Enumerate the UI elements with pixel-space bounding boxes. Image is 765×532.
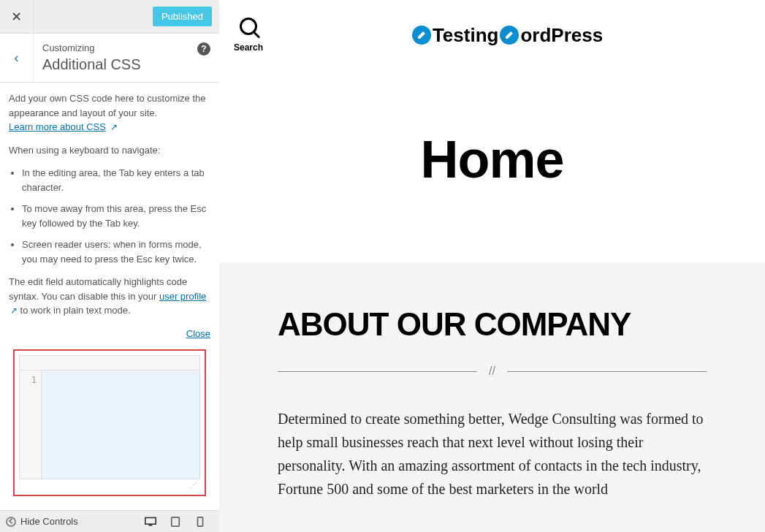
keyboard-tips-list: In the editing area, the Tab key enters … [9,166,210,266]
help-icon[interactable]: ? [197,42,210,56]
page-title-section: Home [219,71,765,262]
svg-rect-1 [149,525,153,526]
external-link-icon: ↗ [10,305,18,316]
about-body-text: Determined to create something better, W… [278,407,707,501]
divider-line [278,371,477,372]
divider-line [507,371,707,372]
svg-rect-0 [145,517,156,524]
page-title: Home [219,129,765,189]
learn-more-link[interactable]: Learn more about CSS [9,121,106,132]
close-description-wrap: Close [9,327,210,341]
content-section: ABOUT OUR COMPANY // Determined to creat… [219,262,765,532]
section-divider: // [278,365,707,378]
preview-site-header: Search TestingordPress [219,0,765,71]
close-description-link[interactable]: Close [186,328,210,339]
search-icon [240,18,257,35]
back-button[interactable]: ‹ [0,34,34,82]
search-label: Search [234,42,263,53]
list-item: Screen reader users: when in forms mode,… [22,238,210,266]
intro-text: Add your own CSS code here to customize … [9,91,210,134]
tablet-preview-icon[interactable] [170,517,181,527]
divider-slashes-icon: // [489,365,495,378]
svg-rect-3 [198,517,203,525]
keyboard-intro: When using a keyboard to navigate: [9,143,210,158]
device-preview-buttons [145,517,206,527]
collapse-icon [6,517,16,527]
editor-toolbar [19,355,200,370]
edit-shortcut-icon[interactable] [412,26,431,45]
section-header: ‹ Customizing Additional CSS ? [0,34,219,83]
site-title: TestingordPress [263,24,750,47]
search-button[interactable]: Search [234,18,263,53]
hide-controls-button[interactable]: Hide Controls [6,516,145,527]
site-preview: Search TestingordPress Home ABOUT OUR CO… [219,0,765,532]
mobile-preview-icon[interactable] [194,517,206,527]
customizer-footer: Hide Controls [0,510,219,532]
syntax-text: The edit field automatically highlights … [9,275,210,318]
customizer-top-bar: ✕ Published [0,0,219,34]
description-area: Add your own CSS code here to customize … [0,83,219,510]
resize-handle-icon[interactable]: ⋰ [19,479,200,490]
css-editor-highlight: 1 ⋰ [13,349,206,496]
published-button[interactable]: Published [153,7,212,26]
about-heading: ABOUT OUR COMPANY [278,306,707,343]
section-title-wrap: Customizing Additional CSS [34,34,219,82]
list-item: To move away from this area, press the E… [22,202,210,230]
svg-rect-2 [172,517,180,525]
desktop-preview-icon[interactable] [145,517,156,527]
external-link-icon: ↗ [110,122,118,132]
list-item: In the editing area, the Tab key enters … [22,166,210,194]
close-customizer-button[interactable]: ✕ [0,0,34,34]
user-profile-link[interactable]: user profile [159,291,206,302]
css-textarea[interactable] [42,370,199,479]
section-title: Additional CSS [42,56,210,73]
customizer-panel: ✕ Published ‹ Customizing Additional CSS… [0,0,219,532]
line-numbers: 1 [20,370,42,479]
customizing-label: Customizing [42,42,210,53]
hide-controls-label: Hide Controls [20,516,78,527]
css-code-editor[interactable]: 1 [19,370,200,479]
edit-shortcut-icon[interactable] [500,26,519,45]
